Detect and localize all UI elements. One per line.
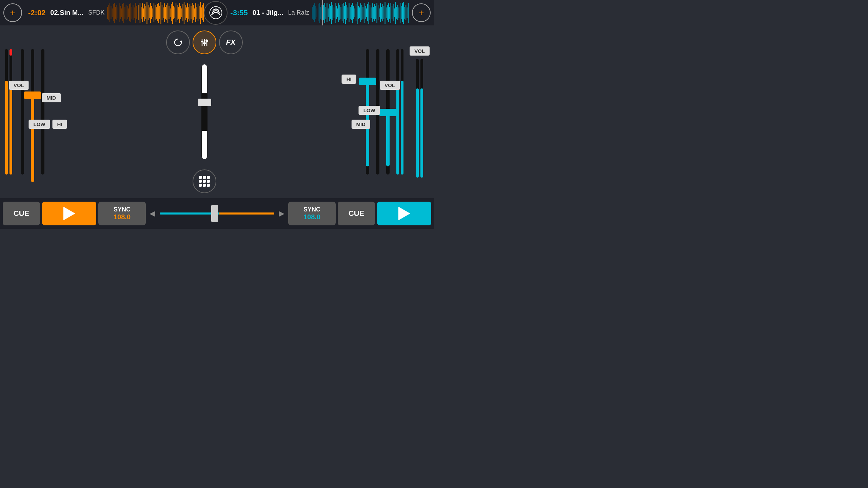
- svg-rect-70: [187, 3, 188, 22]
- center-crossfader-rail[interactable]: [201, 64, 208, 159]
- svg-rect-39: [151, 6, 152, 19]
- svg-rect-98: [326, 7, 326, 19]
- svg-rect-130: [362, 7, 363, 19]
- right-sync-button[interactable]: SYNC 108.0: [288, 202, 336, 225]
- right-play-button[interactable]: [377, 202, 431, 225]
- svg-rect-44: [157, 4, 158, 21]
- svg-rect-127: [359, 7, 360, 18]
- left-low-rail[interactable]: [21, 49, 24, 175]
- svg-rect-174: [201, 41, 203, 42]
- svg-rect-176: [205, 40, 208, 42]
- mixer-section: VOL LOW MID HI: [0, 25, 434, 198]
- crossfader-track[interactable]: [160, 212, 274, 215]
- svg-rect-81: [200, 2, 201, 24]
- right-low-thumb[interactable]: [379, 109, 396, 116]
- svg-rect-65: [181, 8, 182, 17]
- left-low-label[interactable]: LOW: [29, 120, 50, 129]
- svg-rect-49: [163, 7, 163, 18]
- svg-rect-82: [201, 7, 202, 18]
- svg-rect-69: [186, 7, 187, 18]
- center-crossfader-thumb[interactable]: [198, 99, 211, 106]
- svg-rect-108: [337, 8, 338, 17]
- center-logo[interactable]: [204, 1, 228, 25]
- left-sync-bpm: 108.0: [114, 213, 131, 221]
- right-vol-fader-group: VOL: [396, 34, 403, 190]
- svg-rect-100: [328, 8, 329, 17]
- svg-rect-166: [404, 7, 405, 19]
- svg-rect-142: [376, 3, 377, 23]
- svg-rect-96: [323, 5, 324, 20]
- svg-rect-138: [372, 3, 373, 22]
- svg-rect-40: [153, 8, 153, 17]
- fx-label: FX: [226, 38, 236, 47]
- svg-rect-128: [360, 3, 361, 22]
- svg-rect-92: [319, 3, 319, 23]
- add-right-button[interactable]: +: [412, 3, 431, 22]
- svg-rect-94: [321, 5, 322, 20]
- svg-rect-50: [164, 3, 165, 22]
- right-waveform[interactable]: [312, 0, 409, 25]
- left-hi-rail[interactable]: [41, 49, 44, 175]
- left-play-button[interactable]: [42, 202, 96, 225]
- right-hi-label[interactable]: HI: [342, 75, 356, 84]
- right-waveform-svg: [312, 0, 409, 25]
- svg-rect-23: [133, 5, 133, 20]
- svg-rect-159: [396, 7, 397, 19]
- svg-rect-150: [386, 7, 387, 18]
- svg-rect-156: [393, 4, 393, 21]
- right-low-label[interactable]: LOW: [359, 106, 380, 115]
- svg-rect-3: [110, 3, 110, 22]
- svg-rect-4: [111, 6, 111, 19]
- svg-rect-18: [127, 6, 127, 19]
- svg-rect-12: [120, 6, 121, 19]
- svg-rect-175: [203, 42, 206, 44]
- svg-rect-11: [119, 3, 119, 22]
- right-vol-rails[interactable]: [396, 49, 403, 175]
- far-right-rails[interactable]: [416, 59, 423, 178]
- svg-rect-157: [394, 8, 395, 17]
- left-waveform[interactable]: [107, 0, 204, 25]
- svg-rect-33: [144, 4, 145, 21]
- mixer-button[interactable]: [193, 30, 216, 54]
- svg-rect-107: [336, 6, 337, 19]
- add-left-button[interactable]: +: [3, 3, 22, 22]
- right-hi-thumb[interactable]: [359, 78, 376, 85]
- svg-rect-97: [324, 3, 325, 23]
- right-sync-bpm: 108.0: [303, 213, 320, 221]
- svg-rect-41: [154, 3, 154, 22]
- svg-rect-105: [334, 7, 334, 18]
- left-vol-label[interactable]: VOL: [9, 81, 29, 90]
- left-sync-button[interactable]: SYNC 108.0: [98, 202, 146, 225]
- left-mid-thumb[interactable]: [24, 92, 41, 99]
- svg-rect-62: [178, 7, 179, 19]
- crossfader-handle[interactable]: [211, 205, 218, 222]
- svg-rect-89: [315, 6, 316, 19]
- left-sync-label: SYNC: [114, 206, 131, 213]
- left-vol-rails[interactable]: [5, 49, 12, 175]
- right-sync-label: SYNC: [303, 206, 320, 213]
- crossfader-arrow-right: ▶: [277, 209, 286, 218]
- svg-rect-46: [159, 6, 160, 19]
- svg-rect-140: [374, 4, 375, 21]
- left-hi-label[interactable]: HI: [53, 120, 67, 129]
- left-vol-fader-group: VOL: [5, 34, 12, 190]
- svg-rect-147: [382, 4, 383, 21]
- left-cue-button[interactable]: CUE: [3, 202, 40, 225]
- grid-button[interactable]: [193, 169, 216, 193]
- svg-rect-73: [191, 6, 192, 19]
- svg-rect-6: [113, 4, 114, 21]
- reset-button[interactable]: [166, 30, 190, 54]
- left-mid-label[interactable]: MID: [42, 93, 61, 102]
- right-vol-label[interactable]: VOL: [380, 81, 400, 90]
- right-cue-button[interactable]: CUE: [338, 202, 375, 225]
- far-right-vol-group: VOL: [407, 29, 432, 195]
- bottom-bar: CUE SYNC 108.0 ◀ ▶ SYNC 108.0 CUE: [0, 198, 434, 229]
- svg-rect-137: [371, 7, 371, 18]
- svg-rect-36: [148, 5, 149, 20]
- svg-rect-80: [199, 6, 199, 19]
- right-low-fader-group: LOW: [386, 34, 390, 190]
- svg-rect-165: [403, 2, 404, 24]
- left-deck-title: 02.Sin M...: [50, 9, 83, 17]
- left-faders-panel: VOL LOW MID HI: [2, 29, 171, 195]
- right-mid-label[interactable]: MID: [351, 120, 370, 129]
